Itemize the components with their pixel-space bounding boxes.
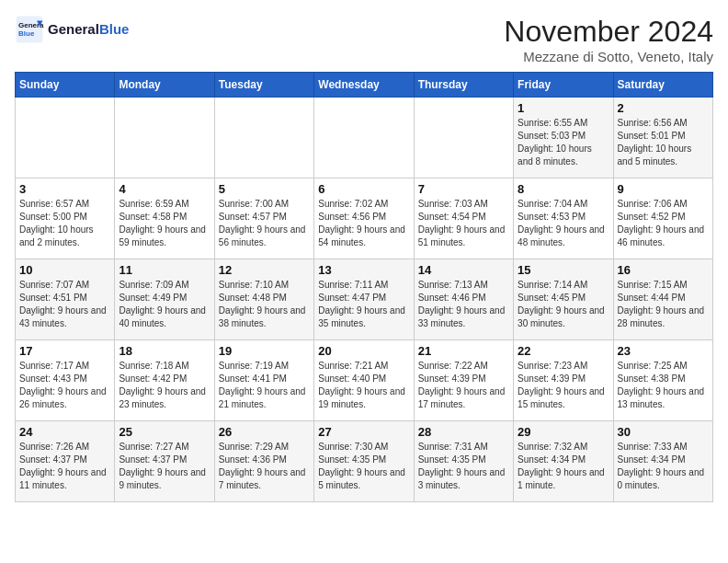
day-info: Sunrise: 7:27 AM Sunset: 4:37 PM Dayligh…: [119, 441, 210, 492]
day-info: Sunrise: 7:26 AM Sunset: 4:37 PM Dayligh…: [19, 441, 110, 492]
day-info: Sunrise: 7:30 AM Sunset: 4:35 PM Dayligh…: [318, 441, 409, 492]
logo-blue: Blue: [99, 21, 130, 37]
logo-general: General: [48, 21, 99, 37]
col-saturday: Saturday: [613, 73, 712, 98]
day-info: Sunrise: 7:04 AM Sunset: 4:53 PM Dayligh…: [518, 198, 609, 249]
day-number: 24: [19, 425, 110, 439]
day-number: 10: [19, 263, 110, 277]
day-number: 2: [618, 101, 709, 115]
calendar-cell-w5d1: 24Sunrise: 7:26 AM Sunset: 4:37 PM Dayli…: [16, 421, 115, 502]
calendar-cell-w2d6: 8Sunrise: 7:04 AM Sunset: 4:53 PM Daylig…: [514, 178, 613, 259]
day-number: 5: [219, 182, 310, 196]
calendar-cell-w5d3: 26Sunrise: 7:29 AM Sunset: 4:36 PM Dayli…: [214, 421, 313, 502]
day-number: 8: [518, 182, 609, 196]
day-number: 25: [119, 425, 210, 439]
day-number: 19: [219, 344, 310, 358]
calendar-body: 1Sunrise: 6:55 AM Sunset: 5:03 PM Daylig…: [16, 98, 713, 502]
title-area: November 2024 Mezzane di Sotto, Veneto, …: [504, 15, 713, 64]
day-info: Sunrise: 6:55 AM Sunset: 5:03 PM Dayligh…: [518, 117, 609, 168]
day-info: Sunrise: 7:25 AM Sunset: 4:38 PM Dayligh…: [618, 360, 709, 411]
col-sunday: Sunday: [16, 73, 115, 98]
col-thursday: Thursday: [414, 73, 513, 98]
calendar-cell-w4d2: 18Sunrise: 7:18 AM Sunset: 4:42 PM Dayli…: [115, 340, 214, 421]
calendar-week-1: 1Sunrise: 6:55 AM Sunset: 5:03 PM Daylig…: [16, 98, 713, 178]
calendar-cell-w4d6: 22Sunrise: 7:23 AM Sunset: 4:39 PM Dayli…: [514, 340, 613, 421]
calendar-cell-w3d6: 15Sunrise: 7:14 AM Sunset: 4:45 PM Dayli…: [514, 259, 613, 340]
calendar-week-5: 24Sunrise: 7:26 AM Sunset: 4:37 PM Dayli…: [16, 421, 713, 502]
day-number: 20: [318, 344, 409, 358]
calendar-cell-w3d1: 10Sunrise: 7:07 AM Sunset: 4:51 PM Dayli…: [16, 259, 115, 340]
day-info: Sunrise: 7:02 AM Sunset: 4:56 PM Dayligh…: [318, 198, 409, 249]
calendar-cell-w3d2: 11Sunrise: 7:09 AM Sunset: 4:49 PM Dayli…: [115, 259, 214, 340]
calendar-cell-w4d7: 23Sunrise: 7:25 AM Sunset: 4:38 PM Dayli…: [613, 340, 712, 421]
calendar-table: Sunday Monday Tuesday Wednesday Thursday…: [15, 72, 713, 502]
day-info: Sunrise: 7:03 AM Sunset: 4:54 PM Dayligh…: [418, 198, 509, 249]
calendar-cell-w1d7: 2Sunrise: 6:56 AM Sunset: 5:01 PM Daylig…: [613, 98, 712, 178]
calendar-cell-w5d6: 29Sunrise: 7:32 AM Sunset: 4:34 PM Dayli…: [514, 421, 613, 502]
day-info: Sunrise: 7:15 AM Sunset: 4:44 PM Dayligh…: [618, 279, 709, 330]
calendar-cell-w3d4: 13Sunrise: 7:11 AM Sunset: 4:47 PM Dayli…: [314, 259, 414, 340]
day-number: 1: [518, 101, 609, 115]
calendar-cell-w5d4: 27Sunrise: 7:30 AM Sunset: 4:35 PM Dayli…: [314, 421, 414, 502]
day-number: 18: [119, 344, 210, 358]
col-monday: Monday: [115, 73, 214, 98]
col-tuesday: Tuesday: [214, 73, 313, 98]
day-info: Sunrise: 7:22 AM Sunset: 4:39 PM Dayligh…: [418, 360, 509, 411]
calendar-cell-w1d1: [16, 98, 115, 178]
calendar-cell-w5d2: 25Sunrise: 7:27 AM Sunset: 4:37 PM Dayli…: [115, 421, 214, 502]
calendar-cell-w3d5: 14Sunrise: 7:13 AM Sunset: 4:46 PM Dayli…: [414, 259, 513, 340]
day-info: Sunrise: 6:57 AM Sunset: 5:00 PM Dayligh…: [19, 198, 110, 249]
day-number: 27: [318, 425, 409, 439]
location-title: Mezzane di Sotto, Veneto, Italy: [504, 49, 713, 64]
calendar-week-2: 3Sunrise: 6:57 AM Sunset: 5:00 PM Daylig…: [16, 178, 713, 259]
day-info: Sunrise: 7:11 AM Sunset: 4:47 PM Dayligh…: [318, 279, 409, 330]
day-info: Sunrise: 7:32 AM Sunset: 4:34 PM Dayligh…: [518, 441, 609, 492]
day-number: 26: [219, 425, 310, 439]
day-number: 9: [618, 182, 709, 196]
day-info: Sunrise: 7:17 AM Sunset: 4:43 PM Dayligh…: [19, 360, 110, 411]
day-number: 11: [119, 263, 210, 277]
calendar-cell-w1d4: [314, 98, 414, 178]
col-friday: Friday: [514, 73, 613, 98]
logo: General Blue GeneralBlue: [15, 15, 129, 44]
calendar-week-3: 10Sunrise: 7:07 AM Sunset: 4:51 PM Dayli…: [16, 259, 713, 340]
day-info: Sunrise: 7:31 AM Sunset: 4:35 PM Dayligh…: [418, 441, 509, 492]
calendar-cell-w3d7: 16Sunrise: 7:15 AM Sunset: 4:44 PM Dayli…: [613, 259, 712, 340]
calendar-cell-w1d2: [115, 98, 214, 178]
calendar-cell-w1d6: 1Sunrise: 6:55 AM Sunset: 5:03 PM Daylig…: [514, 98, 613, 178]
day-number: 6: [318, 182, 409, 196]
day-info: Sunrise: 7:13 AM Sunset: 4:46 PM Dayligh…: [418, 279, 509, 330]
day-info: Sunrise: 7:29 AM Sunset: 4:36 PM Dayligh…: [219, 441, 310, 492]
day-number: 3: [19, 182, 110, 196]
day-number: 7: [418, 182, 509, 196]
calendar-cell-w1d5: [414, 98, 513, 178]
col-wednesday: Wednesday: [314, 73, 414, 98]
calendar-cell-w4d3: 19Sunrise: 7:19 AM Sunset: 4:41 PM Dayli…: [214, 340, 313, 421]
day-info: Sunrise: 7:06 AM Sunset: 4:52 PM Dayligh…: [618, 198, 709, 249]
calendar-cell-w2d1: 3Sunrise: 6:57 AM Sunset: 5:00 PM Daylig…: [16, 178, 115, 259]
calendar-cell-w5d5: 28Sunrise: 7:31 AM Sunset: 4:35 PM Dayli…: [414, 421, 513, 502]
calendar-cell-w2d2: 4Sunrise: 6:59 AM Sunset: 4:58 PM Daylig…: [115, 178, 214, 259]
day-number: 14: [418, 263, 509, 277]
calendar-week-4: 17Sunrise: 7:17 AM Sunset: 4:43 PM Dayli…: [16, 340, 713, 421]
day-info: Sunrise: 7:21 AM Sunset: 4:40 PM Dayligh…: [318, 360, 409, 411]
calendar-cell-w4d5: 21Sunrise: 7:22 AM Sunset: 4:39 PM Dayli…: [414, 340, 513, 421]
day-info: Sunrise: 7:23 AM Sunset: 4:39 PM Dayligh…: [518, 360, 609, 411]
calendar-cell-w2d5: 7Sunrise: 7:03 AM Sunset: 4:54 PM Daylig…: [414, 178, 513, 259]
calendar-cell-w2d3: 5Sunrise: 7:00 AM Sunset: 4:57 PM Daylig…: [214, 178, 313, 259]
day-number: 23: [618, 344, 709, 358]
day-info: Sunrise: 7:18 AM Sunset: 4:42 PM Dayligh…: [119, 360, 210, 411]
day-info: Sunrise: 7:07 AM Sunset: 4:51 PM Dayligh…: [19, 279, 110, 330]
day-number: 4: [119, 182, 210, 196]
calendar-cell-w3d3: 12Sunrise: 7:10 AM Sunset: 4:48 PM Dayli…: [214, 259, 313, 340]
day-number: 17: [19, 344, 110, 358]
day-info: Sunrise: 7:14 AM Sunset: 4:45 PM Dayligh…: [518, 279, 609, 330]
calendar-cell-w2d4: 6Sunrise: 7:02 AM Sunset: 4:56 PM Daylig…: [314, 178, 414, 259]
day-number: 21: [418, 344, 509, 358]
day-number: 16: [618, 263, 709, 277]
day-number: 29: [518, 425, 609, 439]
day-info: Sunrise: 6:59 AM Sunset: 4:58 PM Dayligh…: [119, 198, 210, 249]
header-row: Sunday Monday Tuesday Wednesday Thursday…: [16, 73, 713, 98]
day-info: Sunrise: 7:33 AM Sunset: 4:34 PM Dayligh…: [618, 441, 709, 492]
day-info: Sunrise: 7:09 AM Sunset: 4:49 PM Dayligh…: [119, 279, 210, 330]
